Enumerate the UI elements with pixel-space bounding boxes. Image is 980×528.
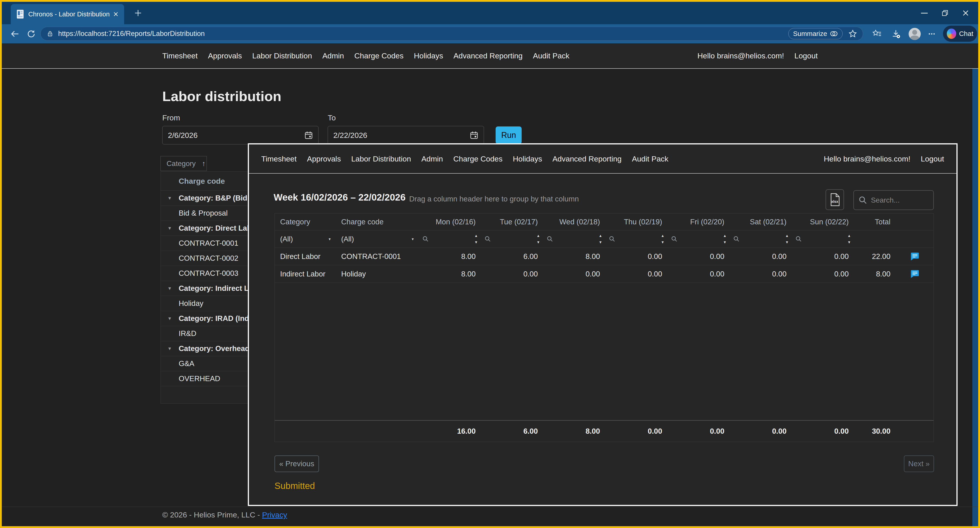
spinner-icon[interactable]: ▲▼ [785, 234, 789, 244]
nav-advanced-reporting[interactable]: Advanced Reporting [552, 155, 622, 163]
chevron-down-icon[interactable]: ▼ [161, 346, 179, 351]
refresh-button[interactable] [26, 29, 37, 39]
cell-sat[interactable]: 0.00 [730, 248, 792, 265]
nav-timesheet[interactable]: Timesheet [261, 155, 296, 163]
filter-wed[interactable]: ▲▼ [543, 230, 605, 247]
cell-tue[interactable]: 0.00 [481, 265, 543, 282]
next-week-button[interactable]: Next » [904, 455, 934, 472]
filter-sat[interactable]: ▲▼ [730, 230, 792, 247]
nav-holidays[interactable]: Holidays [513, 155, 542, 163]
cell-fri[interactable]: 0.00 [668, 248, 730, 265]
filter-sun[interactable]: ▲▼ [792, 230, 854, 247]
filter-mon[interactable]: ▲▼ [419, 230, 481, 247]
data-row-indirect-labor[interactable]: Indirect Labor Holiday 8.00 0.00 0.00 0.… [275, 265, 934, 283]
chevron-down-icon[interactable]: ▼ [161, 286, 179, 291]
close-button[interactable] [955, 2, 976, 24]
col-header-wed[interactable]: Wed (02/18) [543, 214, 605, 230]
nav-charge-codes[interactable]: Charge Codes [355, 51, 404, 60]
previous-week-button[interactable]: « Previous [275, 455, 319, 472]
filter-fri[interactable]: ▲▼ [668, 230, 730, 247]
back-button[interactable] [10, 29, 20, 39]
nav-audit-pack[interactable]: Audit Pack [533, 51, 570, 60]
spinner-icon[interactable]: ▲▼ [474, 234, 478, 244]
minimize-button[interactable] [914, 2, 935, 24]
from-date-input[interactable]: 2/6/2026 [162, 126, 318, 144]
to-date-input[interactable]: 2/22/2026 [328, 126, 484, 144]
tab-close-icon[interactable] [113, 11, 119, 17]
comment-icon[interactable] [910, 252, 919, 260]
col-header-mon[interactable]: Mon (02/16) [419, 214, 481, 230]
url-text[interactable]: https://localhost:7216/Reports/LaborDist… [58, 30, 205, 38]
data-row-direct-labor[interactable]: Direct Labor CONTRACT-0001 8.00 6.00 8.0… [275, 248, 934, 265]
chevron-down-icon: ▼ [328, 237, 331, 241]
filter-charge-code-select[interactable]: (All)▼ [336, 230, 419, 247]
browser-tab[interactable]: Chronos - Labor Distribution [11, 4, 124, 24]
totals-row: 16.00 6.00 8.00 0.00 0.00 0.00 0.00 30.0… [275, 420, 934, 442]
spinner-icon[interactable]: ▲▼ [661, 234, 664, 244]
address-bar[interactable]: https://localhost:7216/Reports/LaborDist… [40, 27, 863, 41]
settings-more-icon[interactable] [927, 29, 937, 38]
cell-mon[interactable]: 8.00 [419, 248, 481, 265]
calendar-icon[interactable] [304, 131, 313, 139]
downloads-icon[interactable] [891, 29, 900, 38]
cell-sat[interactable]: 0.00 [730, 265, 792, 282]
group-by-chip-category[interactable]: Category ↑ [161, 156, 207, 171]
cell-wed[interactable]: 8.00 [543, 248, 605, 265]
logout-link[interactable]: Logout [921, 155, 944, 163]
cell-sun[interactable]: 0.00 [792, 265, 854, 282]
cell-thu[interactable]: 0.00 [605, 265, 668, 282]
chevron-down-icon[interactable]: ▼ [161, 316, 179, 321]
cell-mon[interactable]: 8.00 [419, 265, 481, 282]
nav-timesheet[interactable]: Timesheet [162, 51, 197, 60]
filter-thu[interactable]: ▲▼ [605, 230, 668, 247]
nav-labor-distribution[interactable]: Labor Distribution [252, 51, 312, 60]
nav-advanced-reporting[interactable]: Advanced Reporting [453, 51, 523, 60]
comment-icon[interactable] [910, 270, 919, 278]
col-header-thu[interactable]: Thu (02/19) [605, 214, 668, 230]
chevron-down-icon[interactable]: ▼ [161, 226, 179, 231]
cell-comments[interactable] [896, 248, 934, 265]
cell-comments[interactable] [896, 265, 934, 282]
logout-link[interactable]: Logout [794, 51, 818, 60]
filter-tue[interactable]: ▲▼ [481, 230, 543, 247]
filter-category-select[interactable]: (All)▼ [275, 230, 336, 247]
nav-labor-distribution[interactable]: Labor Distribution [351, 155, 411, 163]
cell-thu[interactable]: 0.00 [605, 248, 668, 265]
new-tab-button[interactable] [133, 8, 143, 18]
export-xlsx-button[interactable]: xlsx [826, 189, 844, 210]
privacy-link[interactable]: Privacy [262, 510, 287, 519]
summarize-button[interactable]: Summarize [788, 28, 843, 39]
favorites-list-icon[interactable] [872, 29, 882, 38]
calendar-icon[interactable] [470, 131, 478, 139]
favorite-star-icon[interactable] [848, 29, 857, 38]
spinner-icon[interactable]: ▲▼ [536, 234, 540, 244]
cell-sun[interactable]: 0.00 [792, 248, 854, 265]
nav-approvals[interactable]: Approvals [208, 51, 242, 60]
cell-fri[interactable]: 0.00 [668, 265, 730, 282]
col-header-sat[interactable]: Sat (02/21) [730, 214, 792, 230]
col-header-sun[interactable]: Sun (02/22) [792, 214, 854, 230]
search-input[interactable] [871, 196, 929, 204]
chevron-down-icon[interactable]: ▼ [161, 196, 179, 201]
col-header-category[interactable]: Category [275, 214, 336, 230]
nav-approvals[interactable]: Approvals [307, 155, 341, 163]
col-header-tue[interactable]: Tue (02/17) [481, 214, 543, 230]
col-header-fri[interactable]: Fri (02/20) [668, 214, 730, 230]
copilot-chat-button[interactable]: Chat [943, 26, 977, 42]
nav-charge-codes[interactable]: Charge Codes [453, 155, 503, 163]
profile-avatar[interactable] [908, 28, 921, 40]
spinner-icon[interactable]: ▲▼ [599, 234, 602, 244]
sort-ascending-icon[interactable]: ↑ [202, 160, 205, 168]
cell-tue[interactable]: 6.00 [481, 248, 543, 265]
nav-holidays[interactable]: Holidays [414, 51, 443, 60]
run-button[interactable]: Run [496, 126, 522, 144]
cell-wed[interactable]: 0.00 [543, 265, 605, 282]
nav-admin[interactable]: Admin [322, 51, 344, 60]
spinner-icon[interactable]: ▲▼ [723, 234, 727, 244]
col-header-charge-code[interactable]: Charge code [336, 214, 419, 230]
nav-audit-pack[interactable]: Audit Pack [632, 155, 668, 163]
spinner-icon[interactable]: ▲▼ [847, 234, 851, 244]
nav-admin[interactable]: Admin [421, 155, 443, 163]
restore-button[interactable] [935, 2, 955, 24]
col-header-total[interactable]: Total [854, 214, 896, 230]
